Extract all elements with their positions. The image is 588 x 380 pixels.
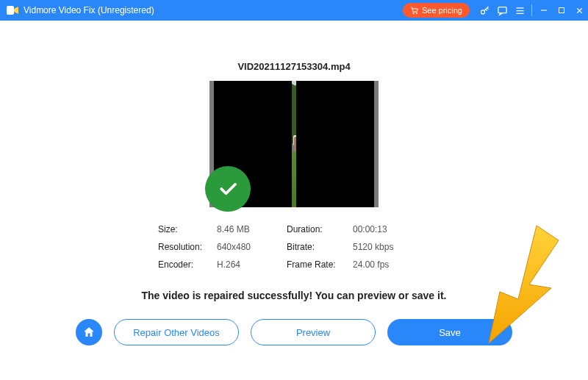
- file-name: VID20211127153304.mp4: [237, 61, 350, 72]
- size-label: Size:: [158, 224, 217, 234]
- duration-label: Duration:: [287, 224, 353, 234]
- feedback-icon[interactable]: [493, 0, 511, 21]
- svg-rect-0: [7, 6, 14, 15]
- key-icon[interactable]: [476, 0, 493, 21]
- svg-rect-4: [498, 7, 506, 12]
- duration-value: 00:00:13: [353, 224, 430, 234]
- main-content: VID20211127153304.mp4 Size: 8.46 MB Dura…: [0, 21, 588, 380]
- close-button[interactable]: [570, 0, 588, 21]
- svg-point-1: [413, 12, 415, 14]
- titlebar: Vidmore Video Fix (Unregistered) See pri…: [0, 0, 588, 21]
- framerate-value: 24.00 fps: [353, 259, 430, 270]
- menu-icon[interactable]: [511, 0, 528, 21]
- action-buttons: Repair Other Videos Preview Save: [76, 319, 512, 345]
- preview-letterbox-right: [296, 81, 379, 207]
- see-pricing-button[interactable]: See pricing: [403, 3, 470, 18]
- titlebar-separator: [531, 4, 532, 16]
- bitrate-label: Bitrate:: [287, 242, 353, 252]
- resolution-label: Resolution:: [158, 242, 217, 252]
- see-pricing-label: See pricing: [422, 6, 462, 15]
- encoder-value: H.264: [217, 259, 287, 270]
- repair-other-videos-button[interactable]: Repair Other Videos: [114, 319, 239, 345]
- home-button[interactable]: [76, 319, 102, 345]
- preview-frame: [292, 81, 296, 207]
- video-preview: [209, 81, 379, 207]
- success-check-icon: [205, 166, 251, 212]
- status-message: The video is repaired successfully! You …: [142, 290, 447, 301]
- video-info: Size: 8.46 MB Duration: 00:00:13 Resolut…: [158, 221, 430, 273]
- app-title: Vidmore Video Fix (Unregistered): [24, 5, 154, 15]
- repair-other-label: Repair Other Videos: [133, 327, 220, 338]
- info-row-encoder: Encoder: H.264 Frame Rate: 24.00 fps: [158, 256, 430, 273]
- info-row-resolution: Resolution: 640x480 Bitrate: 5120 kbps: [158, 238, 430, 256]
- app-logo-icon: [6, 4, 19, 17]
- encoder-label: Encoder:: [158, 259, 217, 270]
- framerate-label: Frame Rate:: [287, 259, 353, 270]
- svg-point-2: [416, 12, 417, 14]
- preview-button[interactable]: Preview: [251, 319, 376, 345]
- svg-rect-5: [559, 8, 564, 13]
- svg-point-3: [481, 10, 484, 13]
- resolution-value: 640x480: [217, 242, 287, 252]
- info-row-size: Size: 8.46 MB Duration: 00:00:13: [158, 221, 430, 238]
- maximize-button[interactable]: [553, 0, 570, 21]
- size-value: 8.46 MB: [217, 224, 287, 234]
- preview-label: Preview: [296, 327, 330, 338]
- bitrate-value: 5120 kbps: [353, 242, 430, 252]
- save-label: Save: [439, 327, 461, 338]
- minimize-button[interactable]: [535, 0, 553, 21]
- save-button[interactable]: Save: [387, 319, 512, 345]
